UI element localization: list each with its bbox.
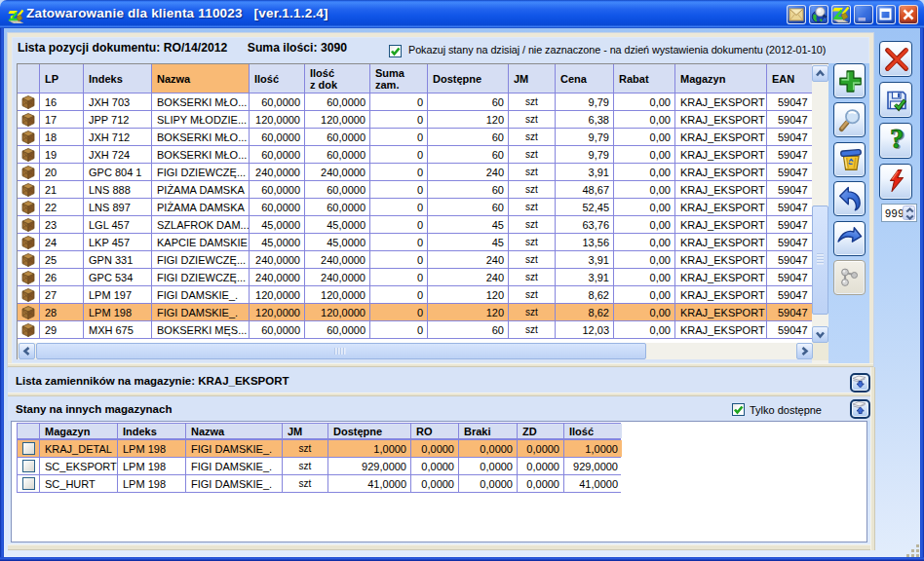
svg-text:?: ? xyxy=(890,125,905,154)
